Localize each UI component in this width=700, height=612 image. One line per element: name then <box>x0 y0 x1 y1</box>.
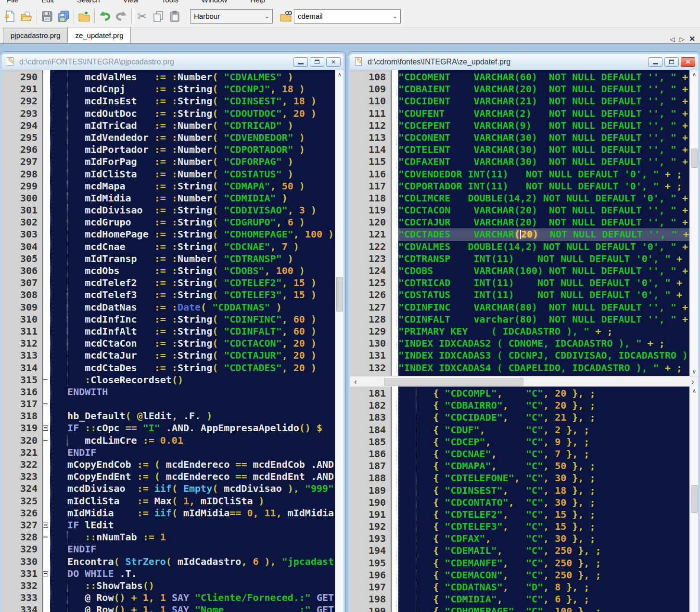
menu-file[interactable]: File <box>7 0 18 4</box>
code-line: 119"CDCTACON VARCHAR(20) NOT NULL DEFAUL… <box>350 204 689 216</box>
indent-guide <box>416 521 416 533</box>
scrollbar-thumb[interactable] <box>384 378 523 386</box>
line-number: 319 <box>2 422 42 434</box>
language-select[interactable]: Harbour ⌄ <box>190 9 273 24</box>
fold-margin <box>42 71 50 83</box>
new-file-button[interactable] <box>2 7 18 25</box>
open-project-button[interactable] <box>76 7 92 25</box>
fold-margin <box>391 313 398 325</box>
fold-tick-icon <box>42 398 50 410</box>
find-in-files-button[interactable] <box>278 7 294 25</box>
fold-minus-icon[interactable] <box>42 519 50 531</box>
fold-margin <box>391 545 398 557</box>
cut-button[interactable]: ✂ <box>134 7 150 25</box>
restore-button[interactable] <box>664 57 679 67</box>
tab-close-icon[interactable]: ✕ <box>689 35 695 43</box>
code-line: 290 mcdValMes := :Number( "CDVALMES" ) <box>2 71 335 83</box>
code-line: 305 mIdTransp := :Number( "CDTRANSP" ) <box>2 253 335 265</box>
code-text: "CDVENDEDOR INT(11) NOT NULL DEFAULT '0'… <box>398 168 689 180</box>
left-vertical-scrollbar[interactable]: ∧ <box>335 70 344 612</box>
paste-button[interactable] <box>166 7 183 25</box>
tab-scroll-left-icon[interactable]: ◁ <box>670 36 675 43</box>
fold-margin <box>391 362 398 374</box>
close-button[interactable]: ✕ <box>681 57 695 67</box>
minimize-button[interactable] <box>293 57 308 67</box>
find-select[interactable]: cdemail ⌄ <box>294 9 401 24</box>
code-text: "INDEX IDXCADAS3 ( CDCNPJ, CDDIVISAO, ID… <box>398 350 689 362</box>
scroll-up-icon[interactable]: ∧ <box>690 70 699 79</box>
indent-guide <box>67 277 68 289</box>
line-number: 324 <box>2 483 42 495</box>
code-line: 118"CDLIMCRE DOUBLE(14,2) NOT NULL DEFAU… <box>350 192 689 204</box>
editor-window-pjpcadastro: ✎ d:\cdrom\FONTES\INTEGRA\pjpcadastro.pr… <box>0 52 345 612</box>
code-text: mcdLimCre := 0.01 <box>50 435 335 447</box>
open-file-icon <box>20 10 33 23</box>
scroll-right-icon[interactable]: › <box>687 376 698 387</box>
line-number: 322 <box>2 459 42 471</box>
fold-margin <box>391 83 398 95</box>
minimize-button[interactable] <box>648 57 662 67</box>
save-icon <box>41 10 53 23</box>
line-number: 112 <box>350 120 391 132</box>
undo-button[interactable] <box>97 7 113 25</box>
fold-minus-icon[interactable] <box>42 568 50 580</box>
scrollbar-thumb[interactable] <box>336 277 343 312</box>
line-number: 123 <box>350 253 391 265</box>
code-text: mcdValMes := :Number( "CDVALMES" ) <box>50 71 335 83</box>
line-number: 326 <box>2 507 42 519</box>
restore-button[interactable] <box>310 57 324 67</box>
right-horizontal-scrollbar[interactable]: ‹ › <box>350 376 698 387</box>
line-number: 187 <box>350 460 391 472</box>
scrollbar-thumb[interactable] <box>691 149 698 168</box>
save-all-button[interactable] <box>55 7 72 25</box>
code-editor-right-top[interactable]: 108"CDCOMENT VARCHAR(60) NOT NULL DEFAUL… <box>350 70 689 376</box>
code-line: 317 <box>2 398 335 410</box>
code-line: 130"INDEX IDXCADAS2 ( CDNOME, IDCADASTRO… <box>350 337 689 350</box>
copy-button[interactable] <box>150 7 166 25</box>
fold-margin <box>42 108 50 120</box>
tab-pjpcadastro.prg[interactable]: pjpcadastro.prg <box>3 28 68 43</box>
line-number: 128 <box>350 313 391 325</box>
code-text: { "CDUF", "C", 2 }, ; <box>398 424 689 436</box>
menu-window[interactable]: Window <box>202 0 227 4</box>
indent-guide <box>67 95 68 107</box>
scroll-down-icon[interactable]: ∨ <box>690 367 699 376</box>
code-editor-right-bottom[interactable]: 181 { "CDCOMPL", "C", 20 }, ;182 { "CDBA… <box>350 387 689 612</box>
code-text: "CDCTACON VARCHAR(20) NOT NULL DEFAULT '… <box>398 204 689 216</box>
code-text: { "CDCEP", "C", 9 }, ; <box>398 436 689 448</box>
code-line: 319 IF ::cOpc == "I" .AND. AppEmpresaApe… <box>2 422 335 434</box>
code-editor-left[interactable]: 290 mcdValMes := :Number( "CDVALMES" )29… <box>2 70 335 612</box>
line-number: 131 <box>350 350 391 362</box>
menu-edit[interactable]: Edit <box>41 0 54 4</box>
save-button[interactable] <box>39 7 55 25</box>
code-text: { "CDFAX", "C", 30 }, ; <box>398 533 689 545</box>
right-bottom-vertical-scrollbar[interactable]: ∧ <box>689 387 698 612</box>
fold-margin <box>391 192 398 204</box>
scroll-left-icon[interactable]: ‹ <box>350 376 361 387</box>
right-top-vertical-scrollbar[interactable]: ∧ ∨ <box>689 70 698 376</box>
code-line: 112"CDCEPENT VARCHAR(9) NOT NULL DEFAULT… <box>350 120 689 132</box>
code-line: 113"CDCONENT VARCHAR(30) NOT NULL DEFAUL… <box>350 132 689 144</box>
line-number: 188 <box>350 472 391 484</box>
close-button[interactable]: ✕ <box>326 57 341 67</box>
tab-ze_updatef.prg[interactable]: ze_updatef.prg <box>67 27 131 43</box>
scroll-up-icon[interactable]: ∧ <box>690 387 699 395</box>
open-file-button[interactable] <box>18 7 35 25</box>
fold-margin <box>391 216 398 228</box>
tab-scroll-right-icon[interactable]: ▷ <box>679 36 684 43</box>
save-all-icon <box>57 10 70 23</box>
line-number: 111 <box>350 108 391 120</box>
menu-search[interactable]: Search <box>77 0 100 4</box>
code-text: "CDTELENT VARCHAR(30) NOT NULL DEFAULT '… <box>398 144 689 156</box>
menu-view[interactable]: View <box>123 0 139 4</box>
indent-guide <box>416 448 416 460</box>
fold-minus-icon[interactable] <box>42 422 50 434</box>
menu-help[interactable]: Help <box>250 0 265 4</box>
line-number: 331 <box>2 568 42 580</box>
scrollbar-thumb[interactable] <box>691 485 698 513</box>
redo-button[interactable] <box>113 7 129 25</box>
indent-guide <box>416 424 416 436</box>
line-number: 199 <box>350 605 391 612</box>
scroll-up-icon[interactable]: ∧ <box>335 70 344 79</box>
menu-tools[interactable]: Tools <box>162 0 178 4</box>
